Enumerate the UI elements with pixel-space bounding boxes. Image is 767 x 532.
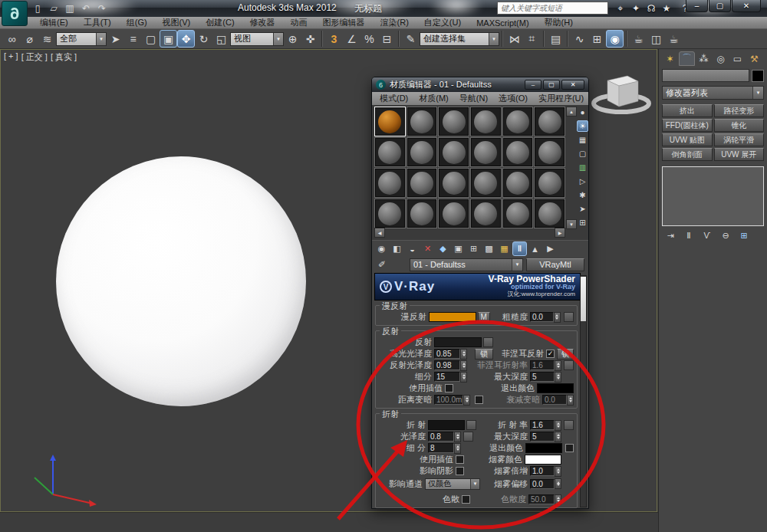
material-editor-icon[interactable]: ◉ [606, 30, 624, 48]
fresnel-checkbox[interactable]: ✓ [546, 350, 555, 358]
search-input[interactable] [501, 4, 604, 12]
get-material-icon[interactable]: ◉ [374, 241, 389, 256]
menu-create[interactable]: 创建(C) [198, 17, 242, 28]
modifier-button-extrude[interactable]: 挤出 [662, 104, 713, 117]
reflect-glossiness-field[interactable]: 0.98 [434, 360, 460, 370]
chevron-down-icon[interactable]: ▼ [470, 479, 479, 489]
angle-snap-icon[interactable]: ∠ [343, 30, 360, 48]
material-slot[interactable] [438, 137, 469, 167]
material-slot[interactable] [407, 199, 438, 228]
select-object-icon[interactable]: ➤ [107, 30, 124, 48]
sample-type-icon[interactable]: ● [577, 107, 588, 118]
tab-modify-icon[interactable]: ⌒ [679, 51, 695, 66]
material-slot[interactable] [374, 199, 406, 228]
curve-editor-icon[interactable]: ∿ [571, 30, 588, 48]
exit-color-swatch[interactable] [537, 383, 574, 393]
material-slot[interactable] [438, 199, 469, 228]
material-editor-titlebar[interactable]: 6 材质编辑器 - 01 - Defaultss – ▢ ✕ [372, 77, 588, 92]
window-close-button[interactable]: ✕ [732, 0, 761, 12]
dispersion-checkbox[interactable] [462, 495, 470, 504]
subdivs-field[interactable]: 15 [434, 372, 460, 382]
window-crossing-icon[interactable]: ▣ [160, 30, 177, 48]
refract-glossiness-field[interactable]: 0.8 [428, 432, 454, 442]
material-slot[interactable] [502, 137, 534, 167]
dim-falloff-field[interactable]: 0.0 [542, 395, 567, 405]
put-material-to-scene-icon[interactable]: ◧ [390, 241, 404, 256]
material-slot[interactable] [470, 137, 502, 167]
material-slot[interactable] [407, 107, 438, 136]
select-and-manipulate-icon[interactable]: ✜ [301, 30, 319, 48]
new-file-icon[interactable]: ▯ [31, 2, 44, 15]
tab-hierarchy-icon[interactable]: ⁂ [696, 51, 712, 66]
window-maximize-button[interactable]: ▢ [709, 0, 731, 12]
reset-map-icon[interactable]: ✕ [420, 241, 435, 256]
configure-modifier-sets-icon[interactable]: ⊞ [737, 229, 751, 241]
slots-scroll-up-icon[interactable]: ▲ [566, 107, 577, 117]
pick-material-eyedropper-icon[interactable]: ✐ [376, 258, 388, 271]
fresnel-ior-spinner[interactable] [555, 360, 561, 371]
schematic-view-icon[interactable]: ⊞ [588, 30, 606, 48]
refract-exit-color-swatch[interactable] [525, 443, 562, 453]
fog-bias-field[interactable]: 0.0 [530, 479, 555, 489]
fresnel-ior-map-slot[interactable] [564, 360, 574, 370]
max-depth-field[interactable]: 5 [530, 372, 555, 382]
communication-center-icon[interactable]: ☊ [644, 2, 658, 15]
material-slot[interactable] [470, 168, 502, 198]
material-slot[interactable] [534, 199, 565, 228]
open-file-icon[interactable]: ▱ [47, 2, 61, 15]
menu-views[interactable]: 视图(V) [155, 17, 199, 28]
viewport-menu-shading[interactable]: [ 真实 ] [51, 51, 77, 63]
material-slot[interactable] [407, 168, 438, 198]
modifier-button-ffd-cyl[interactable]: FFD(圆柱体) [662, 119, 713, 132]
menu-customize[interactable]: 自定义(U) [416, 17, 469, 28]
make-unique-icon[interactable]: ▣ [451, 241, 466, 256]
dim-distance-spinner[interactable] [463, 395, 470, 406]
me-menu-options[interactable]: 选项(O) [493, 93, 533, 104]
modifier-button-uvw-map[interactable]: UVW 贴图 [662, 133, 713, 146]
remove-modifier-icon[interactable]: ⊖ [719, 229, 732, 241]
fresnel-ior-field[interactable]: 1.6 [530, 360, 555, 370]
use-pivot-center-icon[interactable]: ⊕ [284, 30, 301, 48]
edit-named-selection-icon[interactable]: ✎ [402, 30, 420, 48]
tab-motion-icon[interactable]: ◎ [713, 51, 729, 66]
refract-subdivs-spinner[interactable] [454, 443, 461, 454]
rectangular-region-icon[interactable]: ▢ [142, 30, 160, 48]
put-to-library-icon[interactable]: ⊞ [466, 241, 481, 256]
material-editor-window[interactable]: 6 材质编辑器 - 01 - Defaultss – ▢ ✕ 模式(D) 材质(… [371, 77, 589, 509]
material-map-navigator-icon[interactable]: ⊞ [577, 217, 588, 228]
material-slot[interactable] [374, 168, 406, 198]
object-color-swatch[interactable] [752, 70, 764, 82]
material-slot[interactable] [470, 107, 502, 136]
affect-channels-dropdown[interactable]: 仅颜色 ▼ [425, 478, 480, 490]
go-to-parent-icon[interactable]: ▲ [528, 241, 542, 256]
refract-glossiness-map-slot[interactable] [463, 432, 473, 442]
window-minimize-button[interactable]: – [686, 0, 708, 12]
fog-color-swatch[interactable] [525, 455, 561, 465]
material-slot[interactable] [534, 168, 565, 198]
dim-distance-field[interactable]: 100.0m [434, 395, 463, 405]
make-material-copy-icon[interactable]: ◆ [436, 241, 450, 256]
show-end-result-icon[interactable]: Ⅱ [512, 241, 527, 256]
max-depth-spinner[interactable] [555, 372, 561, 383]
menu-group[interactable]: 组(G) [119, 17, 155, 28]
diffuse-map-button[interactable]: M [478, 312, 490, 323]
fresnel-lock-button[interactable]: 锁 [557, 349, 574, 360]
viewcube[interactable] [588, 67, 652, 120]
tab-utilities-icon[interactable]: ⚒ [746, 51, 762, 66]
backlight-icon[interactable]: ☀ [577, 120, 588, 132]
select-and-scale-icon[interactable]: ◱ [212, 30, 230, 48]
render-setup-icon[interactable]: ☕ [630, 30, 647, 48]
ior-spinner[interactable] [555, 420, 561, 431]
percent-snap-icon[interactable]: % [360, 30, 378, 48]
viewport-menu-pov[interactable]: [ 正交 ] [21, 51, 48, 63]
render-production-icon[interactable]: ☕ [665, 30, 683, 48]
chevron-down-icon[interactable]: ▼ [512, 259, 522, 271]
dim-falloff-spinner[interactable] [567, 395, 574, 406]
reflect-color-swatch[interactable] [434, 337, 482, 347]
modifier-button-pathdeform[interactable]: 路径变形 [714, 104, 765, 117]
modifier-button-turbosmooth[interactable]: 涡轮平滑 [714, 133, 765, 146]
snap-toggle-3d-icon[interactable]: 3 [325, 30, 343, 48]
help-search-box[interactable] [497, 2, 608, 15]
select-and-move-icon[interactable]: ✥ [177, 30, 195, 48]
select-by-material-icon[interactable]: ➤ [577, 203, 588, 215]
